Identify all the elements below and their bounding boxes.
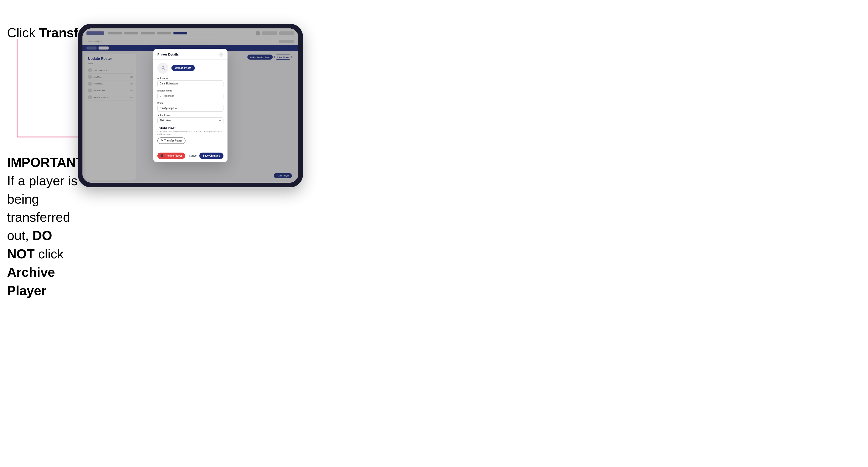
upload-photo-button[interactable]: Upload Photo	[172, 65, 195, 71]
instruction-bottom: IMPORTANT: If a player is being transfer…	[7, 153, 80, 300]
save-changes-button[interactable]: Save Changes	[199, 153, 223, 159]
modal-close-button[interactable]: ×	[219, 52, 223, 57]
display-name-label: Display Name	[157, 90, 223, 92]
modal-title: Player Details	[157, 53, 179, 56]
transfer-section: Transfer Player If this player has moved…	[157, 126, 223, 144]
modal-header: Player Details ×	[153, 49, 227, 60]
photo-upload-row: Upload Photo	[157, 63, 223, 74]
transfer-btn-label: Transfer Player	[164, 139, 182, 142]
modal-footer: ⬛ Archive Player Cancel Save Changes	[153, 150, 227, 162]
display-name-input[interactable]	[157, 93, 223, 99]
archive-icon: ⬛	[160, 154, 163, 157]
transfer-section-title: Transfer Player	[157, 126, 223, 129]
archive-btn-label: Archive Player	[165, 154, 182, 157]
modal-overlay: Player Details × Upload Photo	[83, 28, 299, 183]
full-name-group: Full Name	[157, 77, 223, 87]
full-name-input[interactable]	[157, 81, 223, 87]
school-year-group: School Year First Year Second Year Third…	[157, 114, 223, 124]
email-label: Email	[157, 102, 223, 104]
svg-point-3	[162, 66, 164, 68]
modal-body: Upload Photo Full Name Display Name	[153, 60, 227, 150]
email-group: Email	[157, 102, 223, 112]
transfer-section-description: If this player has moved to another scho…	[157, 130, 223, 135]
tablet-device: Dashboard (11) Update Roster Team Finn R…	[78, 24, 303, 187]
full-name-label: Full Name	[157, 77, 223, 80]
school-year-label: School Year	[157, 114, 223, 117]
tablet-screen: Dashboard (11) Update Roster Team Finn R…	[83, 28, 299, 183]
archive-player-button[interactable]: ⬛ Archive Player	[157, 153, 185, 159]
email-input[interactable]	[157, 105, 223, 112]
transfer-icon: ↻	[161, 139, 163, 142]
player-details-modal: Player Details × Upload Photo	[153, 49, 227, 162]
school-year-select[interactable]: First Year Second Year Third Year Fourth…	[157, 117, 223, 124]
cancel-button[interactable]: Cancel	[189, 154, 197, 157]
display-name-group: Display Name	[157, 90, 223, 99]
photo-placeholder	[157, 63, 168, 74]
transfer-player-button[interactable]: ↻ Transfer Player	[157, 137, 186, 144]
